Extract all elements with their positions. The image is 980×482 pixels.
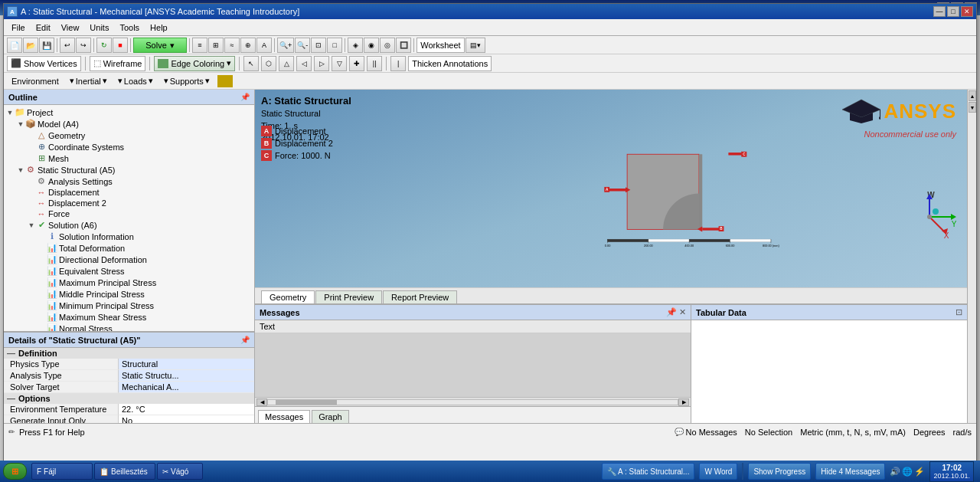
tb-new[interactable]: 📄: [7, 38, 22, 53]
tree-node[interactable]: ▼✔Solution (A6): [5, 219, 253, 231]
tb-undo[interactable]: ↩: [60, 38, 75, 53]
tree-node[interactable]: ↔Displacement 2: [5, 198, 253, 208]
scale-bar: 0.00 200.00 400.00 600.00 800.00 (mm): [605, 239, 780, 247]
env-environment-btn[interactable]: Environment: [7, 75, 64, 87]
env-inertial-btn[interactable]: ▾Inertial ▾: [65, 74, 112, 87]
tree-node[interactable]: 📊Middle Principal Stress: [5, 288, 253, 300]
tb-open[interactable]: 📂: [23, 38, 38, 53]
tb-worksheet-btn[interactable]: Worksheet: [416, 38, 464, 53]
hide-messages-btn[interactable]: Hide 4 Messages: [815, 463, 885, 480]
tree-node[interactable]: 📊Maximum Principal Stress: [5, 277, 253, 288]
scroll-right-btn[interactable]: ▶: [678, 398, 689, 406]
tree-node[interactable]: ▼📁Project: [5, 107, 253, 118]
tb-btn5[interactable]: A: [256, 38, 272, 53]
tree-node[interactable]: ▼📦Model (A4): [5, 118, 253, 130]
tb2-sel7[interactable]: ||: [367, 56, 382, 71]
tb-solve-btn[interactable]: Solve ▾: [133, 38, 187, 53]
tb-btn1[interactable]: ≡: [192, 38, 207, 53]
tree-node[interactable]: 📊Maximum Shear Stress: [5, 311, 253, 323]
tree-node[interactable]: 📊Minimum Principal Stress: [5, 300, 253, 311]
tb-save[interactable]: 💾: [39, 38, 54, 53]
tree-node[interactable]: 📊Normal Stress: [5, 323, 253, 331]
ansys-title-text: A : Static Structural - Mechanical [ANSY…: [21, 7, 299, 16]
tb2-sel1[interactable]: ⬡: [261, 56, 276, 71]
tree-node[interactable]: ℹSolution Information: [5, 231, 253, 242]
ansys-max-btn[interactable]: □: [947, 6, 959, 17]
details-pin[interactable]: 📌: [240, 336, 250, 344]
tabular-maximize-btn[interactable]: ⊡: [956, 307, 962, 317]
tree-node[interactable]: △Geometry: [5, 130, 253, 141]
tb2-sel5[interactable]: ▽: [332, 56, 347, 71]
tree-node[interactable]: ↔Force: [5, 208, 253, 219]
tb-view1[interactable]: ◈: [348, 38, 363, 53]
tb2-sel2[interactable]: △: [279, 56, 294, 71]
scroll-thumb[interactable]: [276, 400, 337, 405]
tb2-annotation-btn[interactable]: |: [390, 56, 406, 71]
tree-node[interactable]: ▼⚙Static Structural (A5): [5, 164, 253, 175]
tab-report-preview[interactable]: Report Preview: [383, 290, 457, 303]
tree-node[interactable]: ↔Displacement: [5, 187, 253, 198]
taskbar-fajl-btn[interactable]: F Fájl: [31, 463, 93, 480]
messages-pin-btn[interactable]: 📌: [666, 307, 677, 317]
menu-help[interactable]: Help: [145, 21, 172, 34]
taskbar-word-btn[interactable]: W Word: [699, 463, 737, 480]
right-scrollbar[interactable]: ▲ ▼: [967, 90, 976, 423]
tb-view4[interactable]: 🔲: [396, 38, 411, 53]
messages-close-btn[interactable]: ✕: [679, 307, 686, 317]
tb-last[interactable]: ▤▾: [466, 38, 485, 53]
tb-zoom-in[interactable]: 🔍+: [277, 38, 294, 53]
viewport-subtitle: Static Structural: [261, 108, 351, 120]
tb-refresh[interactable]: ↻: [96, 38, 112, 53]
tb-btn2[interactable]: ⊞: [208, 38, 224, 53]
tree-node[interactable]: 📊Total Deformation: [5, 242, 253, 254]
show-progress-btn[interactable]: Show Progress: [748, 463, 811, 480]
geometry-viewport[interactable]: C A: [462, 151, 936, 249]
scroll-up-btn[interactable]: ▲: [969, 90, 976, 101]
menu-view[interactable]: View: [57, 21, 84, 34]
tree-node[interactable]: ⊕Coordinate Systems: [5, 141, 253, 152]
tab-print-preview[interactable]: Print Preview: [315, 290, 382, 303]
tb-wireframe-btn[interactable]: ⬚ Wireframe: [90, 56, 146, 71]
menu-edit[interactable]: Edit: [31, 21, 55, 34]
scroll-left-btn[interactable]: ◀: [256, 398, 267, 406]
tb-view2[interactable]: ◉: [364, 38, 379, 53]
tb2-sel4[interactable]: ▷: [314, 56, 329, 71]
tb-thicken-btn[interactable]: Thicken Annotations: [408, 56, 492, 71]
tb-redo[interactable]: ↪: [76, 38, 91, 53]
env-loads-btn[interactable]: ▾Loads ▾: [113, 74, 158, 87]
tab-geometry[interactable]: Geometry: [261, 290, 315, 303]
menu-units[interactable]: Units: [85, 21, 113, 34]
tb-edge-coloring-btn[interactable]: Edge Coloring ▾: [154, 56, 235, 71]
tab-messages[interactable]: Messages: [258, 410, 310, 423]
tb-zoom-fit[interactable]: ⊡: [311, 38, 326, 53]
messages-scrollbar[interactable]: ◀ ▶: [255, 397, 691, 406]
viewport[interactable]: A: Static Structural Static Structural T…: [255, 90, 967, 287]
tree-node[interactable]: ⚙Analysis Settings: [5, 175, 253, 187]
tree-node[interactable]: 📊Directional Deformation: [5, 254, 253, 265]
menu-tools[interactable]: Tools: [115, 21, 144, 34]
tb-btn4[interactable]: ⊕: [240, 38, 256, 53]
outline-pin-btn[interactable]: 📌: [240, 93, 250, 101]
tb2-cursor-btn[interactable]: ↖: [243, 56, 259, 71]
scroll-down-btn[interactable]: ▼: [969, 102, 976, 113]
ansys-min-btn[interactable]: —: [933, 6, 946, 17]
ansys-close-btn[interactable]: ✕: [961, 6, 973, 17]
tb-btn3[interactable]: ≈: [224, 38, 240, 53]
menu-file[interactable]: File: [7, 21, 30, 34]
tb2-sel6[interactable]: ✚: [349, 56, 364, 71]
tb2-sel3[interactable]: ◁: [296, 56, 312, 71]
tb-stop[interactable]: ■: [113, 38, 128, 53]
tree-node[interactable]: ⊞Mesh: [5, 152, 253, 164]
taskbar-ansys-btn[interactable]: 🔧 A : Static Structural...: [602, 463, 695, 480]
env-supports-btn[interactable]: ▾Supports ▾: [159, 74, 214, 87]
tb-zoom-box[interactable]: □: [327, 38, 342, 53]
scroll-track[interactable]: [267, 399, 678, 405]
tab-graph[interactable]: Graph: [312, 410, 349, 423]
tb-view3[interactable]: ◎: [380, 38, 395, 53]
start-button[interactable]: ⊞: [3, 463, 27, 480]
tree-node[interactable]: 📊Equivalent Stress: [5, 265, 253, 277]
tb-show-vertices-btn[interactable]: ⬛ Show Vertices: [7, 56, 81, 71]
taskbar-vago-btn[interactable]: ✂ Vágó: [157, 463, 203, 480]
tb-zoom-out[interactable]: 🔍-: [295, 38, 310, 53]
taskbar-beillesztes-btn[interactable]: 📋 Beillesztés: [94, 463, 155, 480]
